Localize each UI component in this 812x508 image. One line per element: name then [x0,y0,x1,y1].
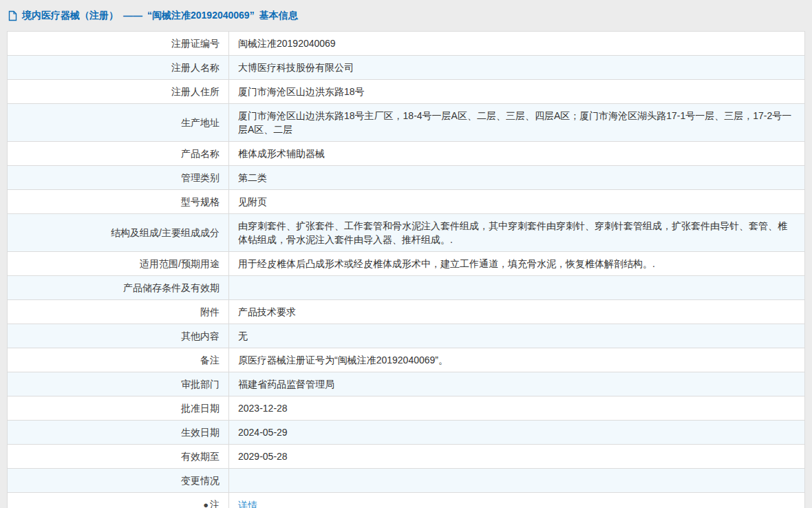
detail-link[interactable]: 详情 [238,500,257,508]
table-row: 产品名称 椎体成形术辅助器械 [8,142,805,166]
row-value: 无 [229,324,805,348]
row-value: 闽械注准20192040069 [229,32,805,56]
note-row: ●注 详情 [8,493,805,508]
table-row: 附件 产品技术要求 [8,300,805,324]
registration-table-body: 注册证编号 闽械注准20192040069 注册人名称 大博医疗科技股份有限公司… [8,32,805,508]
row-value: 第二类 [229,166,805,190]
table-row: 产品储存条件及有效期 [8,276,805,300]
row-label: 批准日期 [8,396,229,421]
table-row: 适用范围/预期用途 用于经皮椎体后凸成形术或经皮椎体成形术中，建立工作通道，填充… [8,252,805,276]
row-label: 附件 [8,300,229,324]
row-label: 生效日期 [8,421,229,445]
table-row: 注册证编号 闽械注准20192040069 [8,32,805,56]
table-row: 注册人名称 大博医疗科技股份有限公司 [8,56,805,80]
row-value: 2023-12-28 [229,396,805,421]
row-value: 厦门市海沧区山边洪东路18号主厂区，18-4号一层A区、二层、三层、四层A区；厦… [229,104,805,142]
row-value: 福建省药品监督管理局 [229,372,805,396]
row-value: 大博医疗科技股份有限公司 [229,56,805,80]
row-label: 变更情况 [8,469,229,493]
table-row: 注册人住所 厦门市海沧区山边洪东路18号 [8,80,805,104]
note-row-label-cell: ●注 [8,493,229,508]
table-row: 结构及组成/主要组成成分 由穿刺套件、扩张套件、工作套管和骨水泥注入套件组成，其… [8,214,805,252]
row-value: 椎体成形术辅助器械 [229,142,805,166]
table-row: 管理类别 第二类 [8,166,805,190]
row-label: 产品名称 [8,142,229,166]
table-row: 其他内容 无 [8,324,805,348]
row-value: 原医疗器械注册证号为“闽械注准20192040069”。 [229,348,805,372]
table-row: 生产地址 厦门市海沧区山边洪东路18号主厂区，18-4号一层A区、二层、三层、四… [8,104,805,142]
title-dash: —— [123,10,142,21]
row-value [229,276,805,300]
row-value: 2024-05-29 [229,421,805,445]
row-label: 管理类别 [8,166,229,190]
document-icon [8,10,17,21]
row-label: 注 [210,499,220,508]
row-value: 用于经皮椎体后凸成形术或经皮椎体成形术中，建立工作通道，填充骨水泥，恢复椎体解剖… [229,252,805,276]
table-row: 批准日期 2023-12-28 [8,396,805,421]
table-row: 备注 原医疗器械注册证号为“闽械注准20192040069”。 [8,348,805,372]
table-row: 审批部门 福建省药品监督管理局 [8,372,805,396]
page-title: 境内医疗器械（注册） —— “闽械注准20192040069” 基本信息 [7,0,805,31]
row-label: 注册人住所 [8,80,229,104]
title-suffix: 基本信息 [259,10,298,22]
note-icon: ● [203,500,209,508]
title-prefix: 境内医疗器械（注册） [22,10,118,22]
note-row-value-cell: 详情 [229,493,805,508]
row-label: 有效期至 [8,445,229,469]
row-label: 注册人名称 [8,56,229,80]
row-value: 由穿刺套件、扩张套件、工作套管和骨水泥注入套件组成，其中穿刺套件由穿刺针、穿刺针… [229,214,805,252]
table-row: 生效日期 2024-05-29 [8,421,805,445]
registration-table: 注册证编号 闽械注准20192040069 注册人名称 大博医疗科技股份有限公司… [7,31,805,508]
row-label: 注册证编号 [8,32,229,56]
row-label: 其他内容 [8,324,229,348]
row-label: 生产地址 [8,104,229,142]
row-label: 结构及组成/主要组成成分 [8,214,229,252]
table-row: 变更情况 [8,469,805,493]
row-label: 型号规格 [8,190,229,214]
row-value: 产品技术要求 [229,300,805,324]
table-row: 型号规格 见附页 [8,190,805,214]
row-value [229,469,805,493]
row-label: 备注 [8,348,229,372]
title-registration-number: “闽械注准20192040069” [147,10,255,22]
row-value: 2029-05-28 [229,445,805,469]
row-value: 见附页 [229,190,805,214]
table-row: 有效期至 2029-05-28 [8,445,805,469]
page-container: 境内医疗器械（注册） —— “闽械注准20192040069” 基本信息 注册证… [0,0,812,508]
row-value: 厦门市海沧区山边洪东路18号 [229,80,805,104]
row-label: 审批部门 [8,372,229,396]
row-label: 适用范围/预期用途 [8,252,229,276]
row-label: 产品储存条件及有效期 [8,276,229,300]
